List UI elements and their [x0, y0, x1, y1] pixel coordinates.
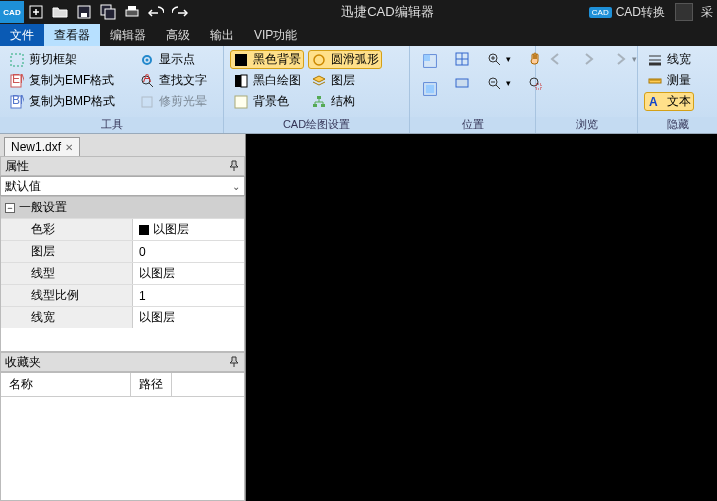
- ribbon-group-pos: ▾ ▾ 位置: [410, 46, 536, 133]
- bgcolor-icon: [233, 94, 249, 110]
- point-icon: [139, 52, 155, 68]
- menu-editor[interactable]: 编辑器: [100, 24, 156, 46]
- svg-rect-2: [81, 13, 87, 17]
- col-path[interactable]: 路径: [131, 373, 172, 396]
- title-bar: CAD 迅捷CAD编辑器 CAD CAD转换 采: [0, 0, 717, 24]
- color-swatch-icon: [139, 225, 149, 235]
- menu-advanced[interactable]: 高级: [156, 24, 200, 46]
- save-as-icon[interactable]: [97, 1, 119, 23]
- pin-icon[interactable]: [228, 356, 240, 368]
- arrow-right-icon: [580, 51, 596, 67]
- zoom-out-icon: [486, 75, 502, 91]
- category-general[interactable]: − 一般设置: [1, 197, 244, 218]
- collapse-icon[interactable]: −: [5, 203, 15, 213]
- svg-rect-28: [426, 85, 434, 93]
- default-combo[interactable]: 默认值 ⌄: [0, 176, 245, 196]
- svg-text:A: A: [649, 95, 658, 109]
- open-folder-icon[interactable]: [49, 1, 71, 23]
- text-icon: A: [647, 94, 663, 110]
- clip-frame-button[interactable]: 剪切框架: [6, 50, 118, 69]
- bw-icon: [233, 73, 249, 89]
- struct-icon: [311, 94, 327, 110]
- bw-plot-button[interactable]: 黑白绘图: [230, 71, 304, 90]
- ruler-icon: [647, 73, 663, 89]
- undo-icon[interactable]: [145, 1, 167, 23]
- svg-point-21: [314, 55, 324, 65]
- properties-header: 属性: [0, 156, 245, 176]
- cad-convert-label: CAD转换: [616, 4, 665, 21]
- show-point-button[interactable]: 显示点: [136, 50, 210, 69]
- prop-row-color[interactable]: 色彩以图层: [1, 218, 244, 240]
- prop-row-linetype[interactable]: 线型以图层: [1, 262, 244, 284]
- search-icon: A: [139, 73, 155, 89]
- ribbon: 剪切框架 EMF复制为EMF格式 BMP复制为BMP格式 显示点 A查找文字 修…: [0, 46, 717, 134]
- category-label: 一般设置: [19, 199, 67, 216]
- ribbon-group-pos-label: 位置: [410, 117, 535, 133]
- pos-grid2-icon[interactable]: [419, 78, 441, 100]
- new-file-icon[interactable]: [25, 1, 47, 23]
- text-button[interactable]: A文本: [644, 92, 694, 111]
- col-name[interactable]: 名称: [1, 373, 131, 396]
- properties-grid: − 一般设置 色彩以图层 图层0 线型以图层 线型比例1 线宽以图层: [0, 196, 245, 352]
- prop-row-layer[interactable]: 图层0: [1, 240, 244, 262]
- drawing-canvas[interactable]: [246, 134, 717, 501]
- svg-rect-4: [105, 9, 115, 19]
- user-glyph[interactable]: 采: [697, 4, 717, 21]
- favorites-columns: 名称 路径: [1, 373, 244, 397]
- linewidth-button[interactable]: 线宽: [644, 50, 694, 69]
- ribbon-group-hide-label: 隐藏: [638, 117, 717, 133]
- cad-convert-button[interactable]: CAD CAD转换: [583, 4, 671, 21]
- smooth-arc-button[interactable]: 圆滑弧形: [308, 50, 382, 69]
- zoom-in-button[interactable]: ▾: [483, 50, 514, 68]
- redo-icon[interactable]: [169, 1, 191, 23]
- trim-halo-button: 修剪光晕: [136, 92, 210, 111]
- next-button: [577, 50, 599, 68]
- svg-rect-22: [317, 96, 321, 99]
- copy-bmp-button[interactable]: BMP复制为BMP格式: [6, 92, 118, 111]
- svg-point-13: [146, 58, 149, 61]
- favorites-grid[interactable]: 名称 路径: [0, 372, 245, 501]
- bg-color-button[interactable]: 背景色: [230, 92, 304, 111]
- layer-button[interactable]: 图层: [308, 71, 382, 90]
- black-bg-button[interactable]: 黑色背景: [230, 50, 304, 69]
- cad-badge-icon: CAD: [589, 7, 612, 18]
- ribbon-group-tools: 剪切框架 EMF复制为EMF格式 BMP复制为BMP格式 显示点 A查找文字 修…: [0, 46, 224, 133]
- svg-text:A: A: [143, 74, 151, 85]
- ribbon-group-hide: 线宽 测量 A文本 隐藏: [638, 46, 717, 133]
- pos-btn4[interactable]: [451, 74, 473, 92]
- prev-button: [545, 50, 567, 68]
- prop-row-ltscale[interactable]: 线型比例1: [1, 284, 244, 306]
- close-tab-icon[interactable]: ✕: [65, 142, 73, 153]
- menu-viewer[interactable]: 查看器: [44, 24, 100, 46]
- menu-output[interactable]: 输出: [200, 24, 244, 46]
- chevron-down-icon: ⌄: [232, 181, 240, 192]
- ribbon-group-browse-label: 浏览: [536, 117, 637, 133]
- prop-row-linewidth[interactable]: 线宽以图层: [1, 306, 244, 328]
- black-bg-icon: [233, 52, 249, 68]
- find-text-button[interactable]: A查找文字: [136, 71, 210, 90]
- copy-emf-button[interactable]: EMF复制为EMF格式: [6, 71, 118, 90]
- arc-icon: [311, 52, 327, 68]
- pin-icon[interactable]: [228, 160, 240, 172]
- pos-grid1-icon[interactable]: [419, 50, 441, 72]
- bmp-icon: BMP: [9, 94, 25, 110]
- layer-icon: [311, 73, 327, 89]
- zoom-out-button[interactable]: ▾: [483, 74, 514, 92]
- more-icon: [612, 51, 628, 67]
- clip-icon: [9, 52, 25, 68]
- app-logo-icon: CAD: [0, 1, 24, 23]
- save-icon[interactable]: [73, 1, 95, 23]
- struct-button[interactable]: 结构: [308, 92, 382, 111]
- menu-file[interactable]: 文件: [0, 24, 44, 46]
- favorites-panel: 收藏夹 名称 路径: [0, 352, 245, 501]
- linewidth-icon: [647, 52, 663, 68]
- svg-text:EMF: EMF: [12, 74, 24, 86]
- measure-button[interactable]: 测量: [644, 71, 694, 90]
- menu-vip[interactable]: VIP功能: [244, 24, 307, 46]
- print-icon[interactable]: [121, 1, 143, 23]
- svg-rect-24: [321, 104, 325, 107]
- svg-rect-26: [424, 55, 430, 61]
- pos-btn3[interactable]: [451, 50, 473, 68]
- user-avatar-icon[interactable]: [675, 3, 693, 21]
- document-tab[interactable]: New1.dxf ✕: [4, 137, 80, 156]
